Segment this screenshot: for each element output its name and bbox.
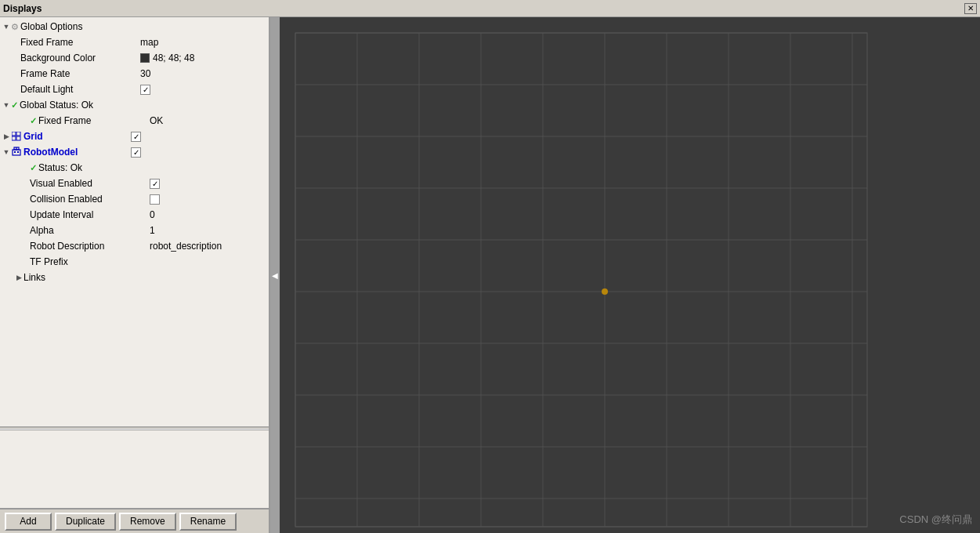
tree-row[interactable]: Frame Rate 30	[0, 66, 269, 82]
tree-row[interactable]: Visual Enabled	[0, 176, 269, 191]
remove-button[interactable]: Remove	[119, 513, 176, 531]
svg-rect-3	[16, 136, 20, 140]
check-icon: ✓	[30, 163, 37, 173]
displays-panel: ▼ ⚙ Global Options Fixed Frame map	[0, 17, 270, 533]
bottom-panel	[0, 430, 269, 508]
expand-arrow[interactable]: ▼	[2, 22, 11, 31]
tree-row[interactable]: Default Light	[0, 82, 269, 97]
viewport[interactable]: CSDN @终问鼎	[280, 17, 980, 533]
check-icon: ✓	[30, 116, 37, 126]
svg-rect-7	[14, 151, 16, 153]
row-label: TF Prefix	[30, 256, 68, 267]
expand-arrow[interactable]: ▶	[14, 273, 24, 282]
tree-row[interactable]: ✓ Fixed Frame OK	[0, 113, 269, 129]
title-bar: Displays ✕	[0, 0, 980, 17]
svg-rect-1	[16, 132, 20, 136]
row-label: Frame Rate	[20, 68, 70, 79]
svg-rect-9	[280, 17, 980, 533]
row-label: Visual Enabled	[30, 178, 92, 189]
row-label: Default Light	[20, 84, 73, 95]
tree-row[interactable]: Update Interval 0	[0, 207, 269, 223]
row-value: 0	[150, 209, 155, 220]
color-swatch[interactable]	[140, 53, 150, 63]
grid-svg	[280, 17, 980, 533]
tree-row[interactable]: ▼ RobotModel	[0, 144, 269, 160]
collision-enabled-checkbox[interactable]	[150, 194, 160, 205]
tree-row[interactable]: Alpha 1	[0, 223, 269, 238]
row-label: Fixed Frame	[38, 115, 91, 126]
tree-area[interactable]: ▼ ⚙ Global Options Fixed Frame map	[0, 17, 269, 426]
svg-rect-2	[12, 136, 16, 140]
watermark: CSDN @终问鼎	[899, 513, 972, 527]
robot-icon	[11, 147, 22, 158]
tree-row[interactable]: ▼ ✓ Global Status: Ok	[0, 97, 269, 113]
expand-arrow[interactable]: ▼	[2, 147, 11, 157]
tree-row[interactable]: ▼ ⚙ Global Options	[0, 19, 269, 34]
tree-row[interactable]: ✓ Status: Ok	[0, 160, 269, 176]
default-light-checkbox[interactable]	[140, 85, 150, 95]
add-button[interactable]: Add	[5, 513, 52, 531]
expand-arrow[interactable]: ▼	[2, 100, 11, 110]
rename-button[interactable]: Rename	[179, 513, 237, 531]
row-value: OK	[150, 115, 163, 126]
svg-rect-0	[12, 132, 16, 136]
row-label: Update Interval	[30, 209, 93, 220]
row-label: RobotModel	[24, 147, 78, 158]
color-value: 48; 48; 48	[153, 53, 194, 63]
row-value: 1	[150, 225, 155, 236]
row-label: Collision Enabled	[30, 194, 103, 205]
grid-checkbox[interactable]	[131, 132, 141, 142]
row-label: Global Options	[20, 21, 82, 32]
tree-row[interactable]: Robot Description robot_description	[0, 238, 269, 254]
row-label: Robot Description	[30, 241, 104, 252]
tree-row[interactable]: Background Color 48; 48; 48	[0, 50, 269, 66]
row-label: Global Status: Ok	[20, 100, 93, 111]
row-label: Background Color	[20, 53, 96, 63]
tree-row[interactable]: Fixed Frame map	[0, 34, 269, 50]
visual-enabled-checkbox[interactable]	[150, 179, 160, 189]
row-value: robot_description	[150, 241, 222, 252]
grid-icon	[11, 131, 22, 142]
duplicate-button[interactable]: Duplicate	[55, 513, 116, 531]
close-button[interactable]: ✕	[964, 3, 977, 14]
collapse-button[interactable]: ◀	[270, 17, 280, 533]
svg-rect-8	[17, 151, 19, 153]
main-layout: ▼ ⚙ Global Options Fixed Frame map	[0, 17, 980, 533]
gear-icon: ⚙	[11, 22, 19, 32]
tree-row[interactable]: ▶ Grid	[0, 129, 269, 144]
origin-dot	[602, 288, 608, 295]
row-value: 30	[140, 68, 150, 79]
button-bar: Add Duplicate Remove Rename	[0, 508, 269, 533]
tree-row[interactable]: Collision Enabled	[0, 191, 269, 207]
robot-model-checkbox[interactable]	[131, 147, 141, 158]
expand-arrow[interactable]: ▶	[2, 132, 11, 141]
tree-row[interactable]: TF Prefix	[0, 254, 269, 270]
row-label: Grid	[24, 131, 43, 142]
svg-rect-4	[13, 150, 20, 155]
check-icon: ✓	[11, 100, 18, 111]
row-label: Fixed Frame	[20, 37, 73, 48]
row-value: map	[140, 37, 158, 48]
title-bar-text: Displays	[3, 3, 42, 14]
tree-row[interactable]: ▶ Links	[0, 270, 269, 285]
row-label: Status: Ok	[38, 162, 82, 173]
row-label: Links	[24, 272, 45, 283]
row-label: Alpha	[30, 225, 54, 236]
